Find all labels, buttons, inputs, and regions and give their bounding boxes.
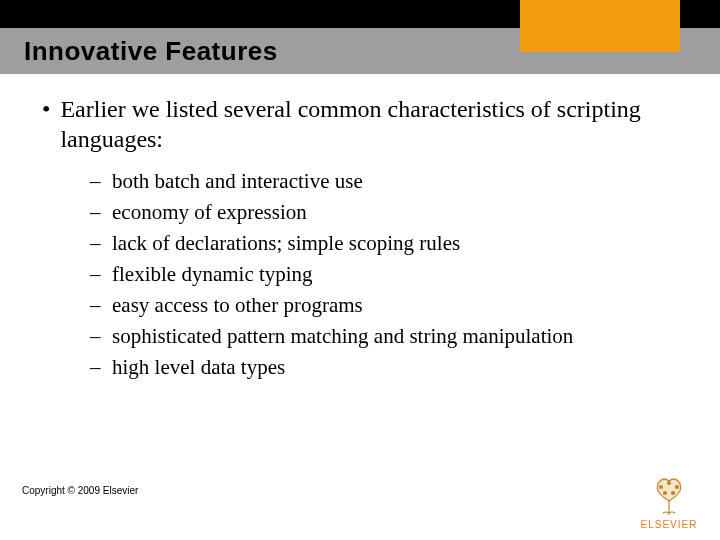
copyright-text: Copyright © 2009 Elsevier [22, 485, 138, 496]
list-item: – sophisticated pattern matching and str… [90, 323, 684, 350]
list-item: – both batch and interactive use [90, 168, 684, 195]
svg-point-0 [660, 486, 663, 489]
main-bullet: • Earlier we listed several common chara… [36, 94, 684, 154]
sub-text: lack of declarations; simple scoping rul… [112, 230, 460, 257]
svg-point-2 [668, 482, 671, 485]
sub-text: flexible dynamic typing [112, 261, 313, 288]
list-item: – economy of expression [90, 199, 684, 226]
svg-point-1 [676, 486, 679, 489]
list-item: – easy access to other programs [90, 292, 684, 319]
dash-marker: – [90, 354, 104, 381]
dash-marker: – [90, 168, 104, 195]
sub-text: easy access to other programs [112, 292, 363, 319]
dash-marker: – [90, 323, 104, 350]
sub-text: economy of expression [112, 199, 307, 226]
list-item: – high level data types [90, 354, 684, 381]
dash-marker: – [90, 199, 104, 226]
list-item: – lack of declarations; simple scoping r… [90, 230, 684, 257]
orange-accent-block [520, 0, 680, 52]
slide-content: • Earlier we listed several common chara… [0, 74, 720, 381]
logo-text: ELSEVIER [634, 519, 704, 530]
elsevier-logo: ELSEVIER [634, 471, 704, 530]
dash-marker: – [90, 261, 104, 288]
sub-text: sophisticated pattern matching and strin… [112, 323, 573, 350]
sub-text: high level data types [112, 354, 285, 381]
svg-point-3 [664, 492, 667, 495]
tree-icon [646, 471, 692, 517]
bullet-marker: • [42, 94, 50, 154]
sub-list: – both batch and interactive use – econo… [90, 168, 684, 381]
slide-title: Innovative Features [24, 36, 278, 67]
main-bullet-text: Earlier we listed several common charact… [60, 94, 684, 154]
list-item: – flexible dynamic typing [90, 261, 684, 288]
dash-marker: – [90, 230, 104, 257]
dash-marker: – [90, 292, 104, 319]
sub-text: both batch and interactive use [112, 168, 363, 195]
svg-point-4 [672, 492, 675, 495]
